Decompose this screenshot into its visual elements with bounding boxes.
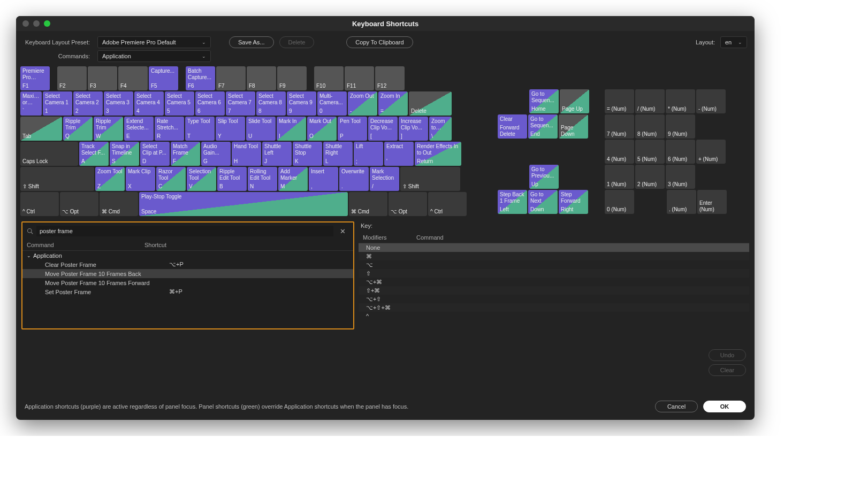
key-tilde[interactable]: Maximize or Rest...` [20, 91, 42, 116]
key-f1[interactable]: Premiere Pro Help...F1 [20, 66, 50, 90]
key-r[interactable]: Rate Stretch...R [155, 117, 184, 141]
key-return[interactable]: Render Effects In to OutReturn [415, 142, 461, 166]
key-num9[interactable]: 9 (Num) [666, 114, 695, 139]
tree-group-application[interactable]: ⌄Application [22, 251, 353, 260]
key-i[interactable]: Mark InI [277, 117, 306, 141]
key-f2[interactable]: F2 [57, 66, 87, 90]
search-input[interactable] [36, 226, 333, 236]
key-ropt[interactable]: ⌥ Opt [389, 192, 427, 216]
key-z[interactable]: Zoom ToolZ [95, 167, 125, 191]
key-pgdn[interactable]: Page Down [559, 114, 588, 139]
key-f5[interactable]: Capture...F5 [149, 66, 178, 90]
key-right[interactable]: Step ForwardRight [559, 190, 588, 214]
modifier-row[interactable]: ⌥+⇧ [359, 295, 749, 303]
key-n4[interactable]: Select Camera 44 [134, 91, 164, 116]
key-numDiv[interactable]: / (Num) [635, 89, 665, 113]
key-num8[interactable]: 8 (Num) [635, 114, 665, 139]
modifier-row[interactable]: ⌥+⌘ [359, 278, 749, 286]
key-minus[interactable]: Zoom Out- [348, 91, 377, 116]
modifier-row[interactable]: ⇧+⌘ [359, 286, 749, 295]
key-num3[interactable]: 3 (Num) [666, 165, 695, 189]
key-h[interactable]: Hand ToolH [232, 142, 261, 166]
commands-dropdown[interactable]: Application ⌄ [97, 50, 211, 62]
key-num0[interactable]: 0 (Num) [605, 190, 634, 214]
key-o[interactable]: Mark OutO [307, 117, 337, 141]
key-rcmd[interactable]: ⌘ Cmd [349, 192, 387, 216]
key-w[interactable]: Ripple TrimW [94, 117, 123, 141]
key-f7[interactable]: F7 [216, 66, 246, 90]
key-n5[interactable]: Select Camera 55 [165, 91, 194, 116]
key-rctrl[interactable]: ^ Ctrl [428, 192, 467, 216]
ok-button[interactable]: OK [703, 401, 746, 412]
key-c[interactable]: Razor ToolC [156, 167, 186, 191]
key-q[interactable]: Ripple TrimQ [63, 117, 93, 141]
key-k[interactable]: Shuttle StopK [293, 142, 322, 166]
key-t[interactable]: Type ToolT [185, 117, 215, 141]
key-a[interactable]: Track Select F...A [79, 142, 109, 166]
command-row[interactable]: Move Poster Frame 10 Frames Forward [22, 278, 353, 287]
modifier-row[interactable]: ⌥ [359, 260, 749, 269]
clear-search-icon[interactable]: ✕ [337, 227, 349, 235]
key-f6[interactable]: Batch Capture...F6 [186, 66, 215, 90]
key-f10[interactable]: F10 [314, 66, 344, 90]
key-tab[interactable]: Tab [20, 117, 62, 141]
key-f11[interactable]: F11 [345, 66, 374, 90]
key-n1[interactable]: Select Camera 11 [43, 91, 72, 116]
key-end[interactable]: Go to Sequen...End [528, 114, 558, 139]
command-row[interactable]: Set Poster Frame⌘+P [22, 287, 353, 296]
key-d[interactable]: Select Clip at P...D [140, 142, 170, 166]
key-f12[interactable]: F12 [375, 66, 405, 90]
key-n6[interactable]: Select Camera 66 [195, 91, 225, 116]
key-v[interactable]: Selection ToolV [187, 167, 216, 191]
key-n0[interactable]: Multi-Camera...0 [317, 91, 347, 116]
key-lopt[interactable]: ⌥ Opt [60, 192, 98, 216]
copy-to-clipboard-button[interactable]: Copy To Clipboard [346, 36, 413, 48]
key-n7[interactable]: Select Camera 77 [226, 91, 255, 116]
key-f3[interactable]: F3 [88, 66, 117, 90]
key-n8[interactable]: Select Camera 88 [256, 91, 286, 116]
key-numSub[interactable]: - (Num) [696, 89, 726, 113]
key-l[interactable]: Shuttle RightL [323, 142, 353, 166]
key-lctrl[interactable]: ^ Ctrl [20, 192, 59, 216]
key-num6[interactable]: 6 (Num) [666, 140, 695, 164]
key-n2[interactable]: Select Camera 22 [73, 91, 103, 116]
key-home[interactable]: Go to Sequen...Home [529, 89, 559, 113]
key-j[interactable]: Shuttle LeftJ [262, 142, 292, 166]
modifier-row[interactable]: None [359, 243, 749, 252]
key-f[interactable]: Match FrameF [171, 142, 200, 166]
preset-dropdown[interactable]: Adobe Premiere Pro Default ⌄ [97, 36, 211, 48]
key-period[interactable]: Overwrite. [339, 167, 369, 191]
key-rbrack[interactable]: Increase Clip Vo...] [399, 117, 428, 141]
key-m[interactable]: Add MarkerM [278, 167, 308, 191]
modifier-row[interactable]: ^ [359, 312, 749, 320]
key-b[interactable]: Ripple Edit ToolB [217, 167, 247, 191]
key-numMul[interactable]: * (Num) [666, 89, 695, 113]
key-quote[interactable]: Extract' [384, 142, 414, 166]
key-num1[interactable]: 1 (Num) [605, 165, 634, 189]
key-x[interactable]: Mark ClipX [126, 167, 155, 191]
layout-dropdown[interactable]: en ⌄ [720, 36, 747, 48]
key-fwddel[interactable]: ClearForward Delete [498, 114, 527, 139]
command-tree[interactable]: ⌄ApplicationClear Poster Frame⌥+PMove Po… [22, 251, 353, 328]
key-numAdd[interactable]: + (Num) [696, 140, 726, 164]
key-slash[interactable]: Mark Selection/ [370, 167, 399, 191]
key-caps[interactable]: Caps Lock [20, 142, 78, 166]
key-y[interactable]: Slip ToolY [216, 117, 245, 141]
key-rshift[interactable]: ⇧ Shift [400, 167, 460, 191]
cancel-button[interactable]: Cancel [655, 401, 698, 412]
key-numEq[interactable]: = (Num) [605, 89, 634, 113]
modifier-row[interactable]: ⇧ [359, 269, 749, 278]
key-up[interactable]: Go to Previou...Up [529, 165, 559, 189]
key-lshift[interactable]: ⇧ Shift [20, 167, 94, 191]
key-g[interactable]: Audio Gain...G [201, 142, 231, 166]
key-s[interactable]: Snap in TimelineS [110, 142, 139, 166]
key-equals[interactable]: Zoom In= [378, 91, 408, 116]
key-num2[interactable]: 2 (Num) [635, 165, 665, 189]
command-row[interactable]: Move Poster Frame 10 Frames Back [22, 269, 353, 278]
key-lbrack[interactable]: Decrease Clip Vo...[ [368, 117, 398, 141]
modifiers-list[interactable]: None⌘⌥⇧⌥+⌘⇧+⌘⌥+⇧⌥+⇧+⌘^ [359, 243, 749, 329]
key-f8[interactable]: F8 [247, 66, 276, 90]
key-e[interactable]: Extend Selecte...E [124, 117, 154, 141]
key-numDot[interactable]: . (Num) [667, 190, 696, 214]
key-f4[interactable]: F4 [118, 66, 148, 90]
